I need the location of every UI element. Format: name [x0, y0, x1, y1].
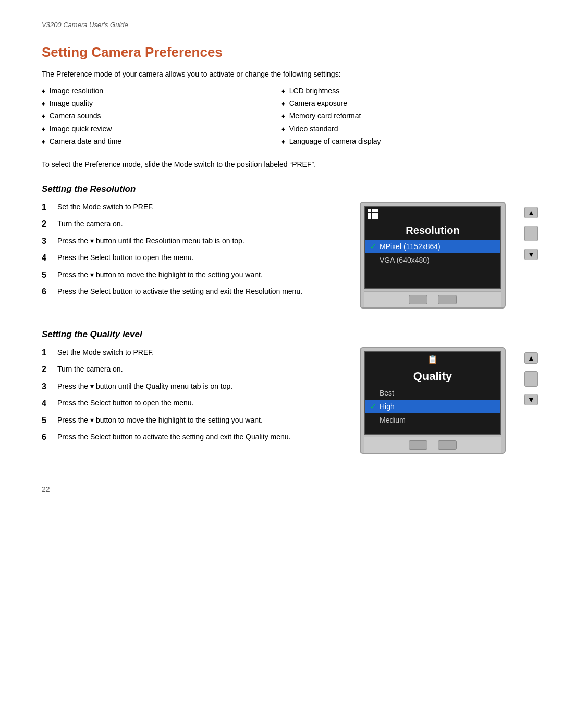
menu-option-label: MPixel (1152x864)	[380, 242, 440, 251]
down-button[interactable]: ▼	[524, 249, 538, 260]
list-item: 1 Set the Mode switch to PREF.	[42, 347, 344, 359]
menu-option-label: Medium	[380, 416, 406, 424]
section1-container: 1 Set the Mode switch to PREF. 2 Turn th…	[42, 202, 521, 309]
camera-screen: Resolution ✓ MPixel (1152x864) ✓ VGA (64…	[364, 206, 501, 289]
list-item: ♦ Image resolution	[42, 87, 282, 96]
list-item: 4 Press the Select button to open the me…	[42, 398, 344, 409]
list-item: 6 Press the Select button to activate th…	[42, 286, 344, 298]
step-number: 5	[42, 269, 54, 281]
camera-body: 📋 Quality ✓ Best ✓ High ✓ Medium	[360, 347, 506, 454]
menu-title: Quality	[365, 366, 500, 386]
middle-button[interactable]	[524, 371, 538, 387]
menu-option: ✓ VGA (640x480)	[365, 253, 500, 267]
step-text: Set the Mode switch to PREF.	[57, 202, 344, 213]
middle-button[interactable]	[524, 226, 538, 241]
menu-option-label: Best	[380, 389, 394, 397]
bullet-text: Camera exposure	[289, 99, 347, 107]
step-text: Turn the camera on.	[57, 218, 344, 230]
step-text: Press the ▾ button to move the highlight…	[57, 269, 344, 281]
camera-bottom-bar	[364, 291, 501, 307]
step-number: 5	[42, 415, 54, 426]
bullet-columns: ♦ Image resolution ♦ Image quality ♦ Cam…	[42, 87, 521, 150]
list-item: 4 Press the Select button to open the me…	[42, 252, 344, 264]
step-text: Press the ▾ button until the Quality men…	[57, 381, 344, 392]
bullet-text: Camera sounds	[50, 112, 101, 120]
bullet-col-right: ♦ LCD brightness ♦ Camera exposure ♦ Mem…	[282, 87, 521, 150]
checkmark-icon: ✓	[370, 242, 376, 251]
camera-screen: 📋 Quality ✓ Best ✓ High ✓ Medium	[364, 351, 501, 435]
bullet-col-left: ♦ Image resolution ♦ Image quality ♦ Cam…	[42, 87, 282, 150]
list-item: 3 Press the ▾ button until the Quality m…	[42, 381, 344, 392]
checkmark-icon: ✓	[370, 402, 376, 411]
menu-option-selected: ✓ High	[365, 400, 500, 413]
bullet-text: Image quick review	[50, 125, 112, 133]
bullet-text: Image quality	[50, 99, 93, 107]
step-text: Press the ▾ button to move the highlight…	[57, 415, 344, 426]
step-text: Press the Select button to open the menu…	[57, 398, 344, 409]
bullet-diamond: ♦	[282, 137, 285, 146]
camera-button-left[interactable]	[409, 440, 427, 450]
bullet-text: Language of camera display	[289, 137, 381, 145]
menu-option: ✓ Best	[365, 386, 500, 400]
list-item: ♦ Memory card reformat	[282, 112, 521, 121]
intro-paragraph: The Preference mode of your camera allow…	[42, 70, 521, 78]
screen-top-bar	[365, 207, 500, 221]
list-item: ♦ LCD brightness	[282, 87, 521, 96]
bullet-diamond: ♦	[42, 87, 45, 96]
bullet-text: Memory card reformat	[289, 112, 361, 120]
menu-option-label: VGA (640x480)	[380, 256, 430, 264]
step-number: 4	[42, 252, 54, 264]
list-item: 1 Set the Mode switch to PREF.	[42, 202, 344, 213]
step-number: 6	[42, 286, 54, 298]
step-number: 6	[42, 431, 54, 443]
camera-side-buttons: ▲ ▼	[524, 207, 538, 260]
bullet-diamond: ♦	[282, 112, 285, 121]
pref-note: To select the Preference mode, slide the…	[42, 160, 521, 168]
list-item: ♦ Language of camera display	[282, 137, 521, 146]
section1-heading: Setting the Resolution	[42, 184, 521, 194]
guide-title: V3200 Camera User's Guide	[42, 21, 521, 29]
camera-button-right[interactable]	[438, 440, 457, 450]
list-item: ♦ Camera exposure	[282, 99, 521, 108]
bullet-text: Video standard	[289, 125, 338, 133]
list-item: ♦ Camera date and time	[42, 137, 282, 146]
bullet-diamond: ♦	[282, 99, 285, 108]
bullet-text: LCD brightness	[289, 87, 340, 95]
list-item: ♦ Video standard	[282, 125, 521, 134]
step-number: 2	[42, 364, 54, 375]
step-number: 3	[42, 381, 54, 392]
up-button[interactable]: ▲	[524, 207, 538, 218]
step-number: 2	[42, 218, 54, 230]
menu-option-label: High	[380, 402, 395, 411]
step-text: Set the Mode switch to PREF.	[57, 347, 344, 359]
camera-side-buttons: ▲ ▼	[524, 352, 538, 405]
list-item: 6 Press the Select button to activate th…	[42, 431, 344, 443]
camera-mockup-resolution: Resolution ✓ MPixel (1152x864) ✓ VGA (64…	[360, 202, 521, 309]
grid-icon	[368, 209, 378, 219]
list-item: ♦ Image quick review	[42, 125, 282, 134]
camera-mockup-quality: 📋 Quality ✓ Best ✓ High ✓ Medium	[360, 347, 521, 454]
camera-button-right[interactable]	[438, 295, 457, 304]
page-number: 22	[42, 485, 50, 493]
step-number: 3	[42, 236, 54, 247]
list-item: ♦ Image quality	[42, 99, 282, 108]
up-button[interactable]: ▲	[524, 352, 538, 364]
quality-icon: 📋	[427, 354, 438, 364]
step-text: Press the Select button to activate the …	[57, 286, 344, 298]
step-text: Turn the camera on.	[57, 364, 344, 375]
section1-steps: 1 Set the Mode switch to PREF. 2 Turn th…	[42, 202, 344, 303]
menu-title: Resolution	[365, 221, 500, 240]
page-footer: 22	[42, 485, 521, 493]
camera-button-left[interactable]	[409, 295, 427, 304]
down-button[interactable]: ▼	[524, 394, 538, 405]
menu-option-selected: ✓ MPixel (1152x864)	[365, 240, 500, 253]
section2-heading: Setting the Quality level	[42, 329, 521, 340]
bullet-diamond: ♦	[42, 125, 45, 134]
bullet-diamond: ♦	[42, 137, 45, 146]
screen-top-bar: 📋	[365, 352, 500, 366]
step-number: 1	[42, 202, 54, 213]
step-text: Press the ▾ button until the Resolution …	[57, 236, 344, 247]
list-item: 5 Press the ▾ button to move the highlig…	[42, 415, 344, 426]
bullet-diamond: ♦	[282, 125, 285, 134]
list-item: ♦ Camera sounds	[42, 112, 282, 121]
